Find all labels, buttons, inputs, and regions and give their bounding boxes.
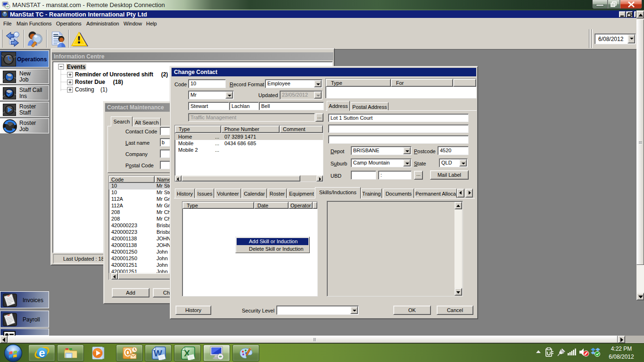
svg-text:e: e	[39, 346, 45, 359]
